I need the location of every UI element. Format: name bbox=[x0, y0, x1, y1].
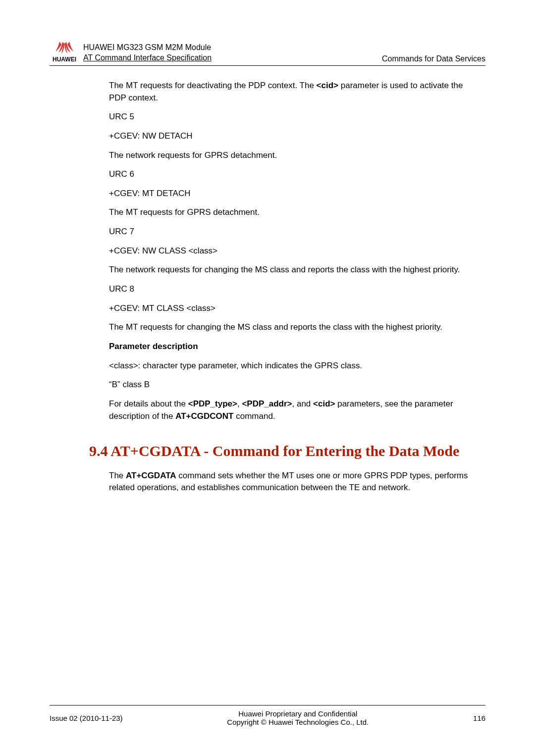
page-footer: Issue 02 (2010-11-23) Huawei Proprietary… bbox=[50, 705, 485, 726]
param-pdp-addr: <PDP_addr> bbox=[242, 399, 292, 408]
urc-label: URC 6 bbox=[109, 168, 476, 181]
param-description-heading: Parameter description bbox=[109, 341, 476, 353]
urc-description: The network requests for GPRS detachment… bbox=[109, 150, 476, 162]
urc-code: +CGEV: MT CLASS <class> bbox=[109, 302, 476, 315]
page-header: HUAWEI HUAWEI MG323 GSM M2M Module AT Co… bbox=[50, 40, 485, 66]
paragraph: For details about the <PDP_type>, <PDP_a… bbox=[109, 398, 476, 422]
param-cid: <cid> bbox=[313, 399, 335, 408]
at-cgdata-command: AT+CGDATA bbox=[126, 471, 176, 480]
urc-label: URC 5 bbox=[109, 111, 476, 123]
body-content: The MT requests for deactivating the PDP… bbox=[50, 80, 485, 494]
class-b-value: “B” class B bbox=[109, 379, 476, 391]
footer-page-number: 116 bbox=[473, 714, 485, 722]
at-cgdcont-command: AT+CGDCONT bbox=[175, 411, 233, 421]
footer-copyright: Huawei Proprietary and Confidential Copy… bbox=[123, 709, 473, 726]
urc-description: The MT requests for GPRS detachment. bbox=[109, 206, 476, 219]
footer-issue: Issue 02 (2010-11-23) bbox=[50, 714, 123, 722]
urc-label: URC 8 bbox=[109, 283, 476, 296]
text: The MT requests for deactivating the PDP… bbox=[109, 81, 317, 90]
footer-line2: Copyright © Huawei Technologies Co., Ltd… bbox=[123, 718, 473, 726]
doc-title: HUAWEI MG323 GSM M2M Module bbox=[83, 43, 212, 53]
section-intro: The AT+CGDATA command sets whether the M… bbox=[109, 470, 476, 494]
text: For details about the bbox=[109, 399, 188, 408]
urc-code: +CGEV: NW DETACH bbox=[109, 130, 476, 143]
header-titles: HUAWEI MG323 GSM M2M Module AT Command I… bbox=[83, 43, 212, 63]
param-cid: <cid> bbox=[317, 81, 338, 90]
huawei-logo-icon: HUAWEI bbox=[50, 40, 79, 63]
text: , and bbox=[292, 399, 314, 408]
urc-label: URC 7 bbox=[109, 226, 476, 238]
urc-code: +CGEV: MT DETACH bbox=[109, 188, 476, 200]
doc-subtitle: AT Command Interface Specification bbox=[83, 53, 212, 63]
section-heading: 9.4 AT+CGDATA - Command for Entering the… bbox=[89, 440, 476, 462]
paragraph: The MT requests for deactivating the PDP… bbox=[109, 80, 476, 104]
page: HUAWEI HUAWEI MG323 GSM M2M Module AT Co… bbox=[0, 0, 535, 756]
text: , bbox=[237, 399, 242, 408]
urc-description: The network requests for changing the MS… bbox=[109, 264, 476, 276]
header-section-label: Commands for Data Services bbox=[382, 54, 485, 63]
class-param-description: <class>: character type parameter, which… bbox=[109, 360, 476, 372]
header-left: HUAWEI HUAWEI MG323 GSM M2M Module AT Co… bbox=[50, 40, 212, 63]
logo-brand-text: HUAWEI bbox=[53, 56, 76, 63]
urc-description: The MT requests for changing the MS clas… bbox=[109, 321, 476, 334]
text: The bbox=[109, 471, 126, 480]
footer-line1: Huawei Proprietary and Confidential bbox=[123, 709, 473, 718]
text: command. bbox=[233, 411, 275, 421]
param-pdp-type: <PDP_type> bbox=[188, 399, 237, 408]
urc-code: +CGEV: NW CLASS <class> bbox=[109, 245, 476, 257]
